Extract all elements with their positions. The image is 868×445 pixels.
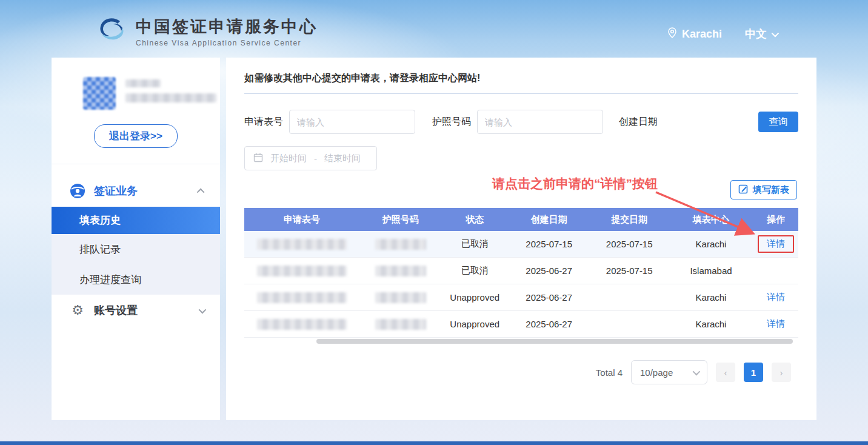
chevron-down-icon — [772, 29, 780, 37]
location-label: Karachi — [682, 28, 722, 41]
footer-bar — [0, 441, 868, 445]
passport-no-redacted — [375, 292, 426, 303]
logout-button[interactable]: 退出登录>> — [94, 124, 178, 148]
sidebar-item-form-history[interactable]: 填表历史 — [52, 207, 220, 234]
user-detail-redacted — [125, 93, 216, 102]
globe-user-icon — [70, 183, 85, 199]
new-form-button[interactable]: 填写新表 — [730, 180, 797, 199]
center-cell: Islamabad — [669, 266, 753, 276]
created-cell: 2025-06-27 — [508, 292, 590, 303]
sidebar-group-account-settings[interactable]: ⚙ 账号设置 — [52, 295, 220, 326]
brand-text: 中国签证申请服务中心 Chinese Visa Application Serv… — [136, 16, 318, 47]
status-cell: 已取消 — [441, 238, 508, 250]
col-created: 创建日期 — [508, 214, 590, 226]
table-header-row: 申请表号 护照号码 状态 创建日期 提交日期 填表中心 操作 — [244, 208, 798, 231]
col-status: 状态 — [441, 214, 508, 226]
form-no-label: 申请表号 — [244, 116, 283, 129]
sidebar-item-progress-inquiry[interactable]: 办理进度查询 — [52, 264, 220, 295]
submitted-cell: 2025-07-15 — [590, 239, 669, 249]
form-no-redacted — [257, 292, 347, 303]
center-cell: Karachi — [669, 239, 753, 249]
detail-link[interactable]: 详情 — [767, 318, 785, 330]
created-cell: 2025-06-27 — [508, 266, 590, 276]
center-cell: Karachi — [669, 292, 753, 303]
form-no-redacted — [257, 319, 347, 330]
next-page-button[interactable]: › — [772, 363, 791, 382]
daterange-row: 开始时间 - 结束时间 — [226, 134, 816, 170]
status-cell: 已取消 — [441, 265, 508, 276]
user-box: 退出登录>> — [52, 58, 220, 164]
user-info-redacted — [125, 77, 216, 102]
passport-no-redacted — [375, 239, 426, 250]
gear-icon: ⚙ — [70, 303, 85, 318]
submitted-cell: 2025-07-15 — [590, 266, 669, 276]
language-label: 中文 — [745, 27, 767, 41]
date-range-picker[interactable]: 开始时间 - 结束时间 — [244, 146, 377, 170]
chevron-down-icon — [693, 367, 701, 375]
passport-no-redacted — [375, 266, 426, 276]
form-no-redacted — [257, 266, 347, 276]
passport-no-input[interactable] — [477, 110, 603, 134]
col-passport-no: 护照号码 — [359, 214, 441, 226]
detail-highlight-box: 详情 — [758, 235, 794, 253]
header-right: Karachi 中文 — [667, 27, 777, 41]
status-cell: Unapproved — [441, 319, 508, 329]
created-cell: 2025-06-27 — [508, 319, 590, 329]
col-action: 操作 — [753, 214, 798, 226]
avatar — [83, 77, 116, 110]
sidebar-group-visa-services[interactable]: 签证业务 — [52, 175, 220, 207]
center-cell: Karachi — [669, 319, 753, 329]
table-row: 已取消 2025-06-27 2025-07-15 Islamabad — [244, 258, 798, 284]
sidebar-group-visa-label: 签证业务 — [94, 184, 199, 198]
table-row: Unapproved 2025-06-27 Karachi 详情 — [244, 284, 798, 311]
edit-icon — [738, 184, 749, 196]
notice-text: 如需修改其他中心提交的申请表，请登录相应中心网站! — [226, 58, 816, 85]
detail-link[interactable]: 详情 — [767, 238, 785, 249]
search-button[interactable]: 查询 — [758, 112, 798, 132]
detail-link[interactable]: 详情 — [767, 292, 785, 303]
status-cell: Unapproved — [441, 292, 508, 303]
chevron-down-icon — [199, 306, 207, 313]
passport-no-label: 护照号码 — [432, 116, 471, 129]
brand: 中国签证申请服务中心 Chinese Visa Application Serv… — [96, 16, 318, 47]
sidebar: 退出登录>> 签证业务 填表历史 排队记录 — [52, 58, 220, 420]
form-no-redacted — [257, 239, 347, 250]
page-number-button[interactable]: 1 — [744, 363, 763, 382]
date-start-placeholder: 开始时间 — [270, 153, 307, 164]
page-size-value: 10/page — [640, 367, 673, 378]
brand-title-cn: 中国签证申请服务中心 — [136, 16, 318, 38]
new-form-button-label: 填写新表 — [753, 184, 789, 196]
form-no-input[interactable] — [289, 110, 415, 134]
col-form-no: 申请表号 — [244, 214, 359, 226]
calendar-icon — [253, 153, 263, 164]
action-row: 请点击之前申请的“详情”按钮 填写新表 — [226, 170, 816, 208]
date-separator: - — [314, 153, 317, 164]
location-pin-icon — [667, 27, 677, 41]
brand-title-en: Chinese Visa Application Service Center — [136, 39, 318, 47]
scrollbar-thumb[interactable] — [316, 339, 793, 344]
sidebar-group-account-label: 账号设置 — [94, 303, 199, 318]
page-size-select[interactable]: 10/page — [631, 360, 707, 384]
sidebar-item-queue-records-label: 排队记录 — [79, 243, 121, 256]
page: 中国签证申请服务中心 Chinese Visa Application Serv… — [0, 0, 868, 445]
horizontal-scrollbar[interactable] — [244, 339, 798, 344]
col-center: 填表中心 — [669, 214, 753, 226]
pagination: Total 4 10/page ‹ 1 › — [226, 344, 816, 384]
sidebar-item-form-history-label: 填表历史 — [79, 213, 121, 227]
user-name-redacted — [125, 79, 161, 87]
created-cell: 2025-07-15 — [508, 239, 590, 249]
table-row: Unapproved 2025-06-27 Karachi 详情 — [244, 311, 798, 338]
passport-no-redacted — [375, 319, 426, 330]
main-panel: 如需修改其他中心提交的申请表，请登录相应中心网站! 申请表号 护照号码 创建日期… — [226, 58, 816, 420]
header: 中国签证申请服务中心 Chinese Visa Application Serv… — [0, 0, 868, 58]
date-end-placeholder: 结束时间 — [324, 153, 361, 164]
col-submitted: 提交日期 — [590, 214, 669, 226]
sidebar-item-progress-inquiry-label: 办理进度查询 — [79, 273, 141, 287]
prev-page-button[interactable]: ‹ — [716, 363, 735, 382]
language-selector[interactable]: 中文 — [745, 27, 777, 41]
total-count-label: Total 4 — [596, 367, 623, 378]
cvasc-logo-icon — [96, 16, 127, 47]
sidebar-item-queue-records[interactable]: 排队记录 — [52, 234, 220, 264]
location-selector[interactable]: Karachi — [667, 27, 722, 41]
annotation-text: 请点击之前申请的“详情”按钮 — [492, 175, 658, 192]
